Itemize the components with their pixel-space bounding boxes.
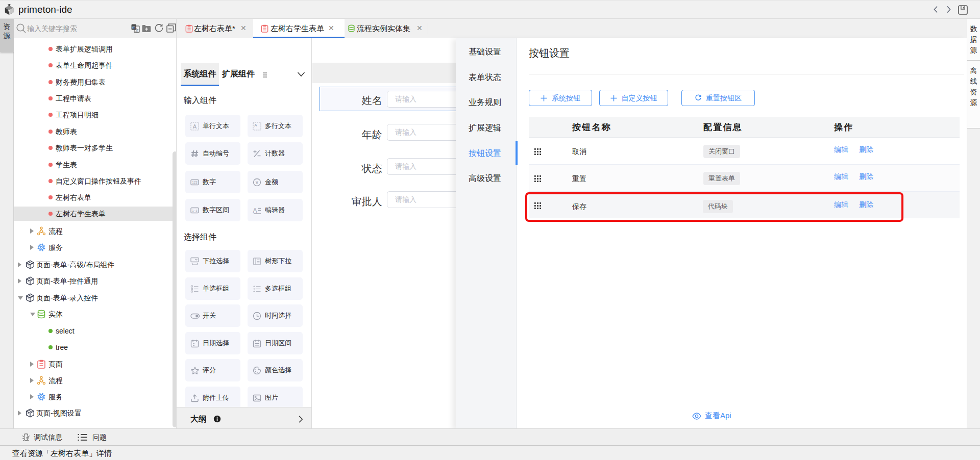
svg-text:A: A xyxy=(193,123,197,130)
svg-text:1~3: 1~3 xyxy=(192,209,198,212)
svg-text:A: A xyxy=(254,123,257,127)
svg-text:m: m xyxy=(132,25,135,30)
svg-text:¥: ¥ xyxy=(255,180,259,185)
svg-text:123: 123 xyxy=(192,181,198,184)
svg-text:A: A xyxy=(253,207,257,214)
